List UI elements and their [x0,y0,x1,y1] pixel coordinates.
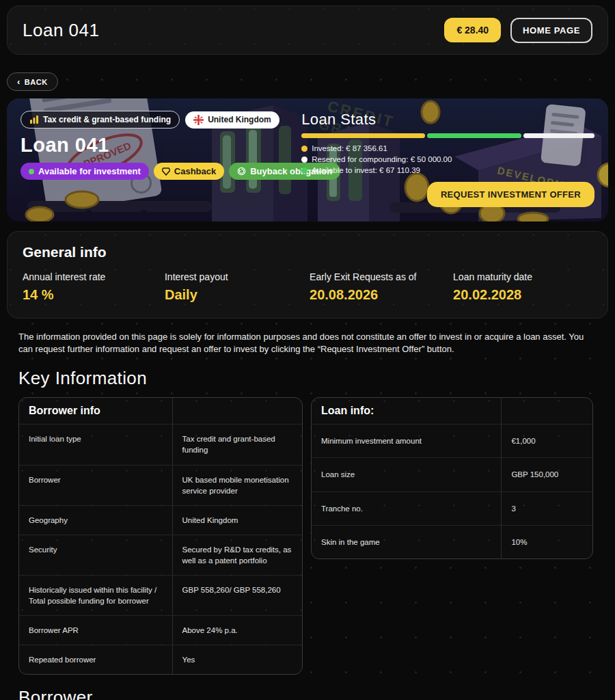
row-label: Historically issued within this facility… [19,576,172,615]
row-value: €1,000 [501,425,592,457]
general-info-item: Early Exit Requests as of 20.08.2026 [310,271,453,303]
legend-invested-label: Invested: € 87 356.61 [312,144,387,152]
interest-payout-value: Daily [165,287,310,303]
row-label: Loan size [312,458,501,491]
maturity-date-value: 20.02.2028 [453,287,592,303]
table-row: Skin in the game 10% [312,525,592,558]
progress-segment-reserved [523,133,594,138]
borrower-info-table: Borrower info Initial loan type Tax cred… [18,397,303,675]
row-value: Above 24% p.a. [172,616,302,645]
loan-table-title: Loan info: [312,398,501,424]
top-header-bar: Loan 041 € 28.40 HOME PAGE [7,5,608,55]
legend-available: Available to invest: € 67 110.39 [301,166,594,174]
loan-stats-title: Loan Stats [301,111,594,129]
table-header-empty-cell [501,398,592,424]
table-header-row: Borrower info [19,398,302,424]
row-value: GBP 558,260/ GBP 558,260 [172,576,302,615]
header-actions: € 28.40 HOME PAGE [444,18,592,43]
row-value: Yes [172,645,302,674]
table-row: Geography United Kingdom [19,505,302,535]
disclaimer-text: The information provided on this page is… [18,331,597,355]
row-label: Skin in the game [312,526,501,558]
status-dot-icon [29,169,34,174]
cashback-badge-label: Cashback [174,166,216,176]
hero-content: Tax credit & grant-based funding United … [7,98,608,221]
table-row: Borrower APR Above 24% p.a. [19,615,302,645]
table-row: Initial loan type Tax credit and grant-b… [19,424,302,464]
back-button-label: BACK [25,78,48,86]
maturity-date-label: Loan maturity date [453,271,592,282]
row-label: Minimum investment amount [312,425,501,457]
home-page-button[interactable]: HOME PAGE [510,18,592,43]
key-information-tables: Borrower info Initial loan type Tax cred… [18,397,597,675]
key-information-heading: Key Information [18,368,615,389]
back-button[interactable]: ‹ BACK [7,72,58,91]
legend-available-label: Available to invest: € 67 110.39 [312,166,420,174]
row-value: United Kingdom [172,506,302,535]
table-row: Borrower UK based mobile monetisation se… [19,465,302,505]
row-label: Borrower [19,466,172,505]
loan-info-table: Loan info: Minimum investment amount €1,… [311,397,593,558]
page-title: Loan 041 [23,20,99,41]
country-tag: United Kingdom [185,111,279,129]
general-info-item: Interest payout Daily [165,271,310,303]
loan-hero-banner: APPROVED CREDIT GRANT DEVELOPMEN [7,98,608,221]
reserved-dot-icon [301,157,308,163]
row-label: Initial loan type [19,425,172,464]
status-badge-label: Available for investment [38,166,141,176]
row-label: Security [19,535,172,575]
row-value: UK based mobile monetisation service pro… [172,466,302,505]
row-value: Secured by R&D tax credits, as well as a… [172,535,302,575]
table-row: Tranche no. 3 [312,492,592,525]
funding-type-icon [29,115,39,124]
row-label: Borrower APR [19,616,172,645]
row-label: Geography [19,506,172,535]
funding-type-tag: Tax credit & grant-based funding [20,111,180,129]
hero-tags: Tax credit & grant-based funding United … [20,111,296,129]
loan-title: Loan 041 [20,134,296,157]
borrower-table-title: Borrower info [19,398,172,424]
progress-legend: Invested: € 87 356.61 Reserved for compo… [301,144,594,174]
interest-payout-label: Interest payout [165,271,310,282]
cashback-badge: Cashback [154,163,224,180]
request-investment-offer-button[interactable]: REQUEST INVESTMENT OFFER [427,182,594,207]
table-row: Security Secured by R&D tax credits, as … [19,535,302,575]
funding-type-label: Tax credit & grant-based funding [43,115,171,124]
table-header-empty-cell [172,398,302,424]
table-row: Minimum investment amount €1,000 [312,424,592,457]
row-value: 10% [501,526,592,558]
general-info-item: Annual interest rate 14 % [23,271,165,303]
row-value: Tax credit and grant-based funding [172,425,302,464]
balance-button[interactable]: € 28.40 [444,18,501,42]
buyback-refresh-icon [237,167,246,176]
chevron-left-icon: ‹ [17,77,20,86]
legend-reserved-label: Reserved for compounding: € 50 000.00 [312,155,452,163]
early-exit-value: 20.08.2026 [310,287,453,303]
row-label: Repeated borrower [19,645,172,674]
table-row: Historically issued within this facility… [19,575,302,615]
invested-dot-icon [301,146,308,152]
legend-reserved: Reserved for compounding: € 50 000.00 [301,155,594,163]
country-label: United Kingdom [208,115,271,124]
legend-invested: Invested: € 87 356.61 [301,144,594,152]
general-info-title: General info [23,244,592,260]
row-label: Tranche no. [312,492,501,525]
table-row: Loan size GBP 150,000 [312,457,592,491]
row-value: GBP 150,000 [501,458,592,491]
interest-rate-value: 14 % [23,287,165,303]
borrower-heading: Borrower [18,687,615,700]
status-badge: Available for investment [20,163,149,180]
uk-flag-icon [193,115,204,125]
available-dot-icon [301,167,308,174]
interest-rate-label: Annual interest rate [23,271,165,282]
table-row: Repeated borrower Yes [19,645,302,674]
general-info-card: General info Annual interest rate 14 % I… [7,231,608,319]
hero-badges: Available for investment Cashback Buybac… [20,163,296,180]
hero-left-column: Tax credit & grant-based funding United … [20,111,296,209]
early-exit-label: Early Exit Requests as of [310,271,453,282]
row-value: 3 [501,492,592,525]
loan-stats-panel: Loan Stats Invested: € 87 356.61 Reserve… [296,111,594,209]
progress-segment-available [427,133,522,138]
table-header-row: Loan info: [312,398,592,424]
investment-progress-bar [301,133,594,138]
